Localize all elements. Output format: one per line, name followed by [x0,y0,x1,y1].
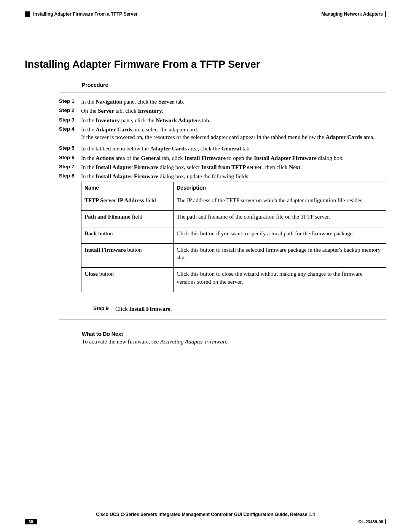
step-4: Step 4 In the Adapter Cards area, select… [59,126,386,141]
step-body: Click Install Firmware. [115,305,386,313]
table-header-desc: Description [174,182,386,194]
step-label: Step 1 [59,98,81,105]
procedure-heading: Procedure [82,82,386,88]
step-body: In the Inventory pane, click the Network… [81,117,386,124]
table-row: TFTP Server IP Address field The IP addr… [81,194,386,211]
doc-id: OL-23489-08 [358,519,386,524]
step-label: Step 7 [59,163,81,170]
step-body: In the Actions area of the General tab, … [81,154,386,162]
step-3: Step 3 In the Inventory pane, click the … [59,117,386,124]
step-label: Step 3 [59,117,81,123]
step-8: Step 8 In the Install Adapter Firmware d… [59,173,386,292]
field-name: TFTP Server IP Address field [81,194,174,211]
step-label: Step 5 [59,145,81,152]
step-label: Step 4 [59,126,81,133]
step-body: In the Navigation pane, click the Server… [81,98,386,105]
header-left-text: Installing Adapter Firmware From a TFTP … [33,11,138,17]
table-row: Close button Click this button to close … [81,268,386,292]
step-body: In the Install Adapter Firmware dialog b… [81,173,386,292]
field-desc: The IP address of the TFTP server on whi… [174,194,386,211]
page: Installing Adapter Firmware From a TFTP … [0,0,411,532]
field-desc: The path and filename of the configurati… [174,211,386,227]
table-header-row: Name Description [81,182,386,194]
page-number: 38 [25,519,37,524]
page-footer: Cisco UCS C-Series Servers Integrated Ma… [25,512,386,524]
step-body: In the Adapter Cards area, select the ad… [81,126,386,141]
step-5: Step 5 In the tabbed menu below the Adap… [59,145,386,152]
field-name: Install Firmware button [81,243,174,268]
step-1: Step 1 In the Navigation pane, click the… [59,98,386,105]
running-header: Installing Adapter Firmware From a TFTP … [25,11,386,17]
step-2: Step 2 On the Server tab, click Inventor… [59,107,386,115]
fields-table: Name Description TFTP Server IP Address … [81,182,386,292]
step-body: On the Server tab, click Inventory. [81,107,386,115]
step-label: Step 8 [59,173,81,179]
page-title: Installing Adapter Firmware From a TFTP … [25,59,386,70]
field-desc: Click this button to install the selecte… [174,243,386,268]
table-row: Path and Filename field The path and fil… [81,211,386,227]
step-label: Step 6 [59,154,81,161]
table-header-name: Name [81,182,174,194]
table-row: Install Firmware button Click this butto… [81,243,386,268]
step-label: Step 2 [59,107,81,114]
step-7: Step 7 In the Install Adapter Firmware d… [59,163,386,171]
footer-doc-title: Cisco UCS C-Series Servers Integrated Ma… [25,512,386,518]
field-name: Back button [81,227,174,243]
table-row: Back button Click this button if you wan… [81,227,386,243]
field-desc: Click this button if you want to specify… [174,227,386,243]
header-marker-icon [25,11,30,17]
field-name: Close button [81,268,174,292]
step-body: In the Install Adapter Firmware dialog b… [81,163,386,171]
field-desc: Click this button to close the wizard wi… [174,268,386,292]
procedure-steps: Step 1 In the Navigation pane, click the… [59,93,386,320]
header-left: Installing Adapter Firmware From a TFTP … [25,11,138,17]
what-next-body: To activate the new firmware, see Activa… [82,339,386,345]
what-next-heading: What to Do Next [82,331,386,337]
step-body: In the tabbed menu below the Adapter Car… [81,145,386,152]
field-name: Path and Filename field [81,211,174,227]
step-label: Step 9 [93,305,115,312]
header-right-text: Managing Network Adapters [321,11,386,17]
step-9: Step 9 Click Install Firmware. [93,305,386,313]
step-6: Step 6 In the Actions area of the Genera… [59,154,386,162]
